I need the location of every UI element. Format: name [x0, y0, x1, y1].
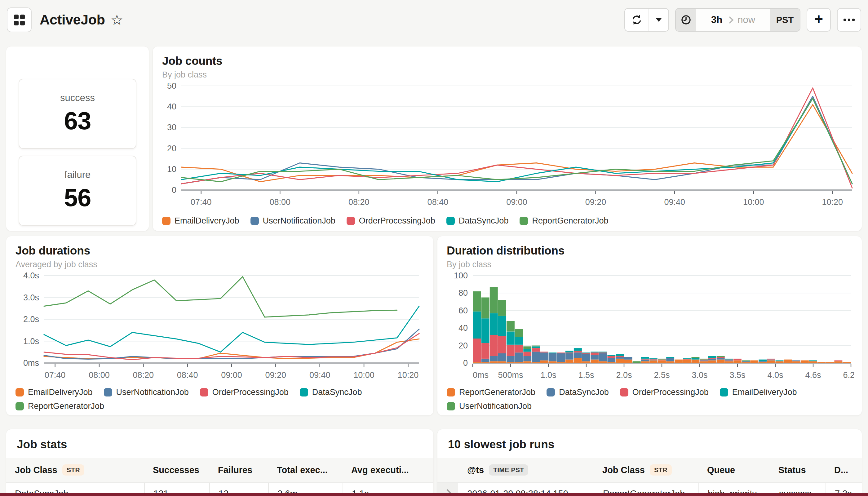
- legend-item-OrderProcessingJob[interactable]: OrderProcessingJob: [200, 388, 289, 397]
- svg-text:100: 100: [454, 273, 468, 280]
- column-header-job-class[interactable]: Job Class STR: [6, 464, 144, 476]
- app-grid-button[interactable]: [7, 7, 32, 32]
- job-counts-panel: Job counts By job class 0102030405007:40…: [153, 46, 862, 231]
- dashboard-screen: ActiveJob ☆: [0, 0, 868, 496]
- svg-text:08:20: 08:20: [133, 370, 154, 380]
- column-header-total-exec[interactable]: Total exec...: [268, 465, 343, 475]
- legend-swatch-icon: [16, 402, 24, 410]
- more-options-button[interactable]: [837, 8, 861, 32]
- svg-text:0ms: 0ms: [23, 358, 39, 368]
- job-durations-chart[interactable]: 0ms1.0s2.0s3.0s4.0s07:4008:0008:2008:400…: [16, 273, 424, 384]
- svg-text:07:40: 07:40: [45, 370, 66, 380]
- job-counts-chart[interactable]: 0102030405007:4008:0008:2008:4009:0009:2…: [162, 83, 856, 213]
- legend-item-DataSyncJob[interactable]: DataSyncJob: [446, 216, 509, 226]
- failure-card[interactable]: failure 56: [19, 156, 136, 226]
- legend-item-OrderProcessingJob[interactable]: OrderProcessingJob: [620, 388, 709, 397]
- svg-text:08:20: 08:20: [348, 198, 370, 207]
- legend-swatch-icon: [447, 388, 455, 397]
- job-stats-header: Job Class STR Successes Failures Total e…: [6, 458, 433, 483]
- svg-text:30: 30: [167, 123, 176, 132]
- job-counts-legend: EmailDeliveryJobUserNotificationJobOrder…: [162, 216, 852, 226]
- row-top: success 63 failure 56 Job counts By job …: [6, 46, 862, 231]
- clock-icon: [680, 14, 692, 26]
- toolbar: ActiveJob ☆: [7, 7, 861, 33]
- svg-text:09:00: 09:00: [506, 198, 527, 207]
- slowest-header: @ts TIME PST Job Class STR Queue Status …: [437, 458, 862, 483]
- legend-item-UserNotificationJob[interactable]: UserNotificationJob: [104, 388, 189, 397]
- svg-text:08:00: 08:00: [269, 198, 291, 207]
- success-card[interactable]: success 63: [19, 79, 136, 149]
- time-range-to: now: [738, 14, 755, 26]
- svg-text:2.5s: 2.5s: [654, 370, 670, 380]
- svg-text:09:00: 09:00: [221, 370, 242, 380]
- column-header-status[interactable]: Status: [770, 465, 825, 475]
- legend-item-DataSyncJob[interactable]: DataSyncJob: [300, 388, 362, 397]
- chart-subtitle: Averaged by job class: [16, 260, 424, 269]
- column-header-ts[interactable]: @ts TIME PST: [458, 464, 594, 476]
- legend-item-UserNotificationJob[interactable]: UserNotificationJob: [250, 216, 336, 226]
- table-title: 10 slowest job runs: [437, 429, 862, 458]
- add-widget-button[interactable]: +: [807, 8, 831, 32]
- refresh-button-group: [624, 8, 669, 32]
- svg-text:40: 40: [167, 102, 176, 111]
- column-header-duration[interactable]: D...: [825, 465, 862, 475]
- legend-item-ReportGeneratorJob[interactable]: ReportGeneratorJob: [447, 388, 536, 397]
- duration-distributions-legend: ReportGeneratorJobDataSyncJobOrderProces…: [447, 388, 852, 411]
- column-header-job-class[interactable]: Job Class STR: [594, 464, 698, 476]
- duration-distributions-chart[interactable]: 0204060801000ms500ms1.0s1.5s2.0s2.5s3.0s…: [447, 273, 854, 384]
- column-header-successes[interactable]: Successes: [144, 465, 209, 475]
- chart-title: Job counts: [162, 55, 852, 67]
- svg-text:6.2s: 6.2s: [843, 370, 854, 380]
- legend-label: OrderProcessingJob: [212, 388, 289, 397]
- legend-item-OrderProcessingJob[interactable]: OrderProcessingJob: [346, 216, 435, 226]
- time-range-picker[interactable]: 3h now PST: [675, 8, 801, 32]
- job-stats-panel: Job stats Job Class STR Successes Failur…: [6, 429, 433, 496]
- time-icon-segment[interactable]: [676, 9, 696, 31]
- favorite-star-icon[interactable]: ☆: [111, 13, 123, 27]
- svg-text:500ms: 500ms: [498, 370, 523, 380]
- svg-text:40: 40: [459, 323, 468, 332]
- legend-swatch-icon: [200, 388, 208, 397]
- success-label: success: [60, 92, 95, 104]
- legend-item-EmailDeliveryJob[interactable]: EmailDeliveryJob: [162, 216, 239, 226]
- time-range-segment[interactable]: 3h now: [696, 9, 770, 31]
- grid-icon: [14, 15, 25, 26]
- svg-text:3.5s: 3.5s: [729, 370, 745, 380]
- legend-swatch-icon: [346, 217, 355, 225]
- svg-text:0ms: 0ms: [473, 370, 489, 380]
- table-title: Job stats: [6, 429, 433, 458]
- svg-text:07:40: 07:40: [191, 198, 212, 207]
- legend-swatch-icon: [446, 217, 455, 225]
- svg-text:1.5s: 1.5s: [578, 370, 594, 380]
- column-header-avg-exec[interactable]: Avg executi...: [343, 465, 433, 475]
- timezone-button[interactable]: PST: [770, 9, 800, 31]
- chart-title: Duration distributions: [447, 244, 852, 257]
- refresh-button[interactable]: [625, 9, 649, 31]
- query-value-panel: success 63 failure 56: [6, 46, 149, 231]
- legend-item-EmailDeliveryJob[interactable]: EmailDeliveryJob: [16, 388, 93, 397]
- refresh-icon: [631, 14, 642, 26]
- column-header-queue[interactable]: Queue: [698, 465, 770, 475]
- legend-item-ReportGeneratorJob[interactable]: ReportGeneratorJob: [520, 216, 608, 226]
- svg-text:10:00: 10:00: [743, 198, 764, 207]
- legend-item-DataSyncJob[interactable]: DataSyncJob: [546, 388, 609, 397]
- column-header-failures[interactable]: Failures: [209, 465, 268, 475]
- legend-item-UserNotificationJob[interactable]: UserNotificationJob: [447, 401, 532, 411]
- svg-text:4.6s: 4.6s: [805, 370, 821, 380]
- svg-text:10:00: 10:00: [353, 370, 374, 380]
- legend-item-EmailDeliveryJob[interactable]: EmailDeliveryJob: [720, 388, 797, 397]
- legend-label: EmailDeliveryJob: [28, 388, 93, 397]
- svg-text:4.0s: 4.0s: [23, 273, 39, 280]
- legend-label: ReportGeneratorJob: [28, 401, 104, 411]
- refresh-options-button[interactable]: [649, 9, 668, 31]
- legend-swatch-icon: [104, 388, 112, 397]
- svg-text:20: 20: [167, 144, 176, 153]
- legend-swatch-icon: [546, 388, 555, 397]
- chart-subtitle: By job class: [447, 260, 852, 269]
- time-range-value: 3h: [711, 14, 722, 26]
- legend-label: EmailDeliveryJob: [732, 388, 797, 397]
- legend-item-ReportGeneratorJob[interactable]: ReportGeneratorJob: [16, 401, 104, 411]
- svg-text:3.0s: 3.0s: [23, 293, 39, 302]
- svg-text:1.0s: 1.0s: [23, 337, 39, 346]
- caret-down-icon: [656, 18, 662, 22]
